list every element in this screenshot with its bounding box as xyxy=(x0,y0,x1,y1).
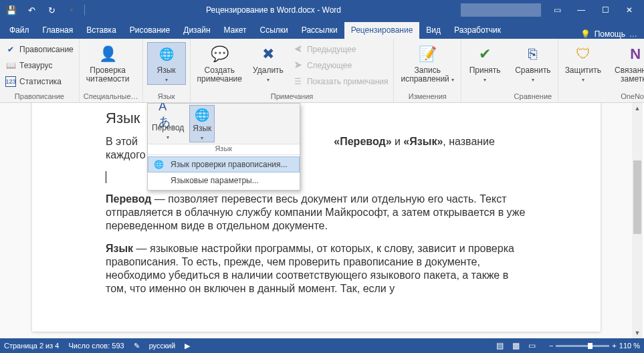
translate-icon: Aあ xyxy=(158,105,177,124)
protect-button[interactable]: 🛡 Защитить▾ xyxy=(562,42,604,85)
group-accessibility-label: Специальные… xyxy=(84,92,138,102)
thesaurus-label: Тезаурус xyxy=(19,61,52,70)
show-comments-button: ☰ Показать примечания xyxy=(292,74,390,88)
thesaurus-button[interactable]: 📖 Тезаурус xyxy=(4,58,75,72)
zoom-slider[interactable] xyxy=(556,345,609,347)
zoom-out-button[interactable]: − xyxy=(549,342,553,350)
zoom-level[interactable]: 110 % xyxy=(619,342,640,350)
group-compare: ⎘ Сравнить▾ Сравнение xyxy=(508,39,558,102)
group-comments-label: Примечания xyxy=(195,92,390,102)
scroll-thumb[interactable] xyxy=(633,160,641,234)
tab-draw[interactable]: Рисование xyxy=(123,22,177,39)
spell-check-status[interactable]: ✎ xyxy=(134,342,140,350)
wordcount-button[interactable]: 123 Статистика xyxy=(4,74,75,88)
document-area: Язык В этой «Перевод» и «Язык», название… xyxy=(0,103,644,338)
show-comments-icon: ☰ xyxy=(293,76,304,87)
vertical-scrollbar[interactable]: ▲ ▼ xyxy=(632,103,643,338)
tab-home[interactable]: Главная xyxy=(36,22,80,39)
onenote-icon: N xyxy=(625,43,644,65)
group-accessibility: 👤 Проверка читаемости Специальные… xyxy=(80,39,143,102)
group-language: 🌐 Язык▾ Язык xyxy=(143,39,191,102)
group-proofing: ✔︎ Правописание 📖 Тезаурус 123 Статистик… xyxy=(0,39,80,102)
tab-file[interactable]: Файл xyxy=(3,22,36,39)
web-layout-button[interactable]: ▭ xyxy=(525,340,540,352)
account-area[interactable] xyxy=(461,3,541,17)
close-button[interactable]: ✕ xyxy=(617,1,641,19)
accessibility-icon: 👤 xyxy=(97,43,118,65)
group-onenote-label: OneNote xyxy=(612,92,644,102)
language-status[interactable]: русский xyxy=(149,342,175,350)
spelling-label: Правописание xyxy=(19,45,74,54)
macro-status[interactable]: ▶ xyxy=(185,342,190,350)
group-protect: 🛡 Защитить▾ xyxy=(558,39,608,102)
track-changes-icon: 📝 xyxy=(417,43,438,65)
view-modes: ▤ ▦ ▭ xyxy=(493,340,540,352)
window-title: Рецензирование в Word.docx - Word xyxy=(86,5,461,15)
protect-icon: 🛡 xyxy=(572,43,594,65)
group-tracking-label: Изменения xyxy=(398,92,457,102)
delete-comment-icon: ✖ xyxy=(257,43,279,65)
qat-customize[interactable]: ▼ xyxy=(63,3,80,17)
language-button[interactable]: 🌐 Язык▾ xyxy=(147,42,186,85)
accept-icon: ✔ xyxy=(474,43,496,65)
doc-paragraph-2: Перевод — позволяет перевести весь докум… xyxy=(106,193,527,233)
language-submenu: 🌐 Язык проверки правописания... Языковые… xyxy=(148,155,300,190)
read-mode-button[interactable]: ▤ xyxy=(493,340,508,352)
print-layout-button[interactable]: ▦ xyxy=(509,340,524,352)
tab-insert[interactable]: Вставка xyxy=(80,22,123,39)
spelling-button[interactable]: ✔︎ Правописание xyxy=(4,42,75,56)
prev-icon: ⮜ xyxy=(293,44,304,55)
set-proofing-language-item[interactable]: 🌐 Язык проверки правописания... xyxy=(148,156,300,172)
word-count[interactable]: Число слов: 593 xyxy=(68,342,124,350)
tell-me[interactable]: 💡 Помощь … xyxy=(580,29,641,39)
tab-design[interactable]: Дизайн xyxy=(177,22,217,39)
group-proofing-label: Правописание xyxy=(4,92,75,102)
accessibility-check-button[interactable]: 👤 Проверка читаемости xyxy=(84,42,132,85)
ribbon-tabs: Файл Главная Вставка Рисование Дизайн Ма… xyxy=(0,20,644,39)
doc-paragraph-3: Язык — языковые настройки программы, от … xyxy=(106,242,527,296)
status-bar: Страница 2 из 4 Число слов: 593 ✎ русски… xyxy=(0,338,644,353)
track-changes-button[interactable]: 📝 Запись исправлений ▾ xyxy=(398,42,457,85)
tab-developer[interactable]: Разработчик xyxy=(447,22,508,39)
tab-view[interactable]: Вид xyxy=(419,22,447,39)
lightbulb-icon: 💡 xyxy=(580,29,591,39)
undo-button[interactable]: ↶ xyxy=(23,3,40,17)
language-preferences-item[interactable]: Языковые параметры... xyxy=(148,172,300,189)
title-bar: 💾 ↶ ↻ ▼ Рецензирование в Word.docx - Wor… xyxy=(0,0,644,20)
compare-button[interactable]: ⎘ Сравнить▾ xyxy=(512,42,553,85)
save-button[interactable]: 💾 xyxy=(3,3,20,17)
language-icon: 🌐 xyxy=(156,43,177,65)
language-submenu-button[interactable]: 🌐 Язык▾ xyxy=(189,105,215,142)
dropdown-group-label: Язык xyxy=(148,144,300,155)
maximize-button[interactable]: ☐ xyxy=(593,1,617,19)
thesaurus-icon: 📖 xyxy=(5,60,16,71)
tab-mailings[interactable]: Рассылки xyxy=(295,22,344,39)
ribbon: ✔︎ Правописание 📖 Тезаурус 123 Статистик… xyxy=(0,39,644,103)
ribbon-display-options[interactable]: ▭ xyxy=(545,1,569,19)
scroll-up[interactable]: ▲ xyxy=(632,103,643,114)
proofing-lang-icon: 🌐 xyxy=(152,158,165,170)
compare-icon: ⎘ xyxy=(522,43,544,65)
accept-button[interactable]: ✔ Принять▾ xyxy=(465,42,504,85)
language-globe-icon: 🌐 xyxy=(193,106,211,124)
tab-review[interactable]: Рецензирование xyxy=(344,22,420,39)
zoom-in-button[interactable]: + xyxy=(612,342,616,350)
document-page[interactable]: Язык В этой «Перевод» и «Язык», название… xyxy=(32,103,601,332)
zoom-control: − + 110 % xyxy=(549,342,640,350)
tab-layout[interactable]: Макет xyxy=(217,22,253,39)
redo-button[interactable]: ↻ xyxy=(43,3,60,17)
spelling-icon: ✔︎ xyxy=(5,44,16,55)
page-indicator[interactable]: Страница 2 из 4 xyxy=(4,342,59,350)
minimize-button[interactable]: — xyxy=(569,1,593,19)
help-label: Помощь xyxy=(595,29,625,39)
tab-references[interactable]: Ссылки xyxy=(253,22,295,39)
group-language-label: Язык xyxy=(147,92,186,102)
linked-notes-button[interactable]: N Связанные заметки xyxy=(612,42,644,85)
scroll-down[interactable]: ▼ xyxy=(632,328,643,338)
next-icon: ⮞ xyxy=(293,60,304,71)
statistics-icon: 123 xyxy=(5,76,16,87)
group-changes: ✔ Принять▾ xyxy=(461,39,508,102)
translate-button[interactable]: Aあ Перевод▾ xyxy=(148,104,188,144)
new-comment-button[interactable]: 💬 Создать примечание xyxy=(195,42,245,85)
group-onenote: N Связанные заметки OneNote xyxy=(608,39,644,102)
